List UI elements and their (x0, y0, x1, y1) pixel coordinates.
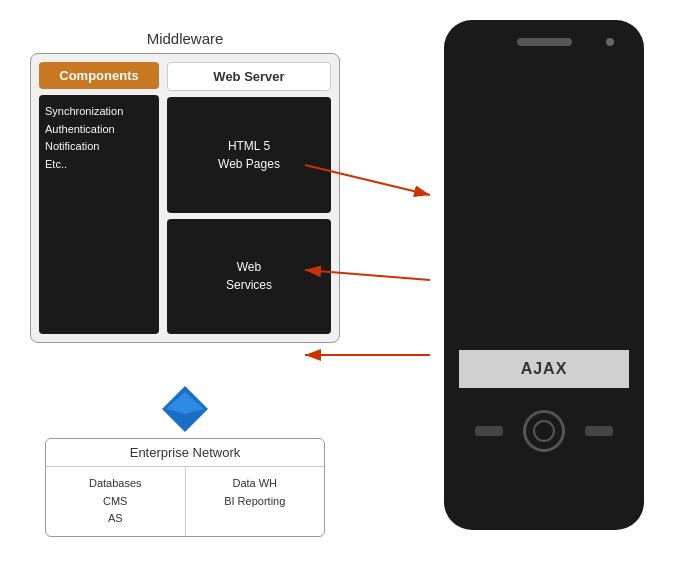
enterprise-right-text: Data WH BI Reporting (192, 475, 319, 510)
enterprise-body: Databases CMS AS Data WH BI Reporting (46, 467, 324, 536)
diamond-icon (160, 384, 210, 434)
enterprise-right: Data WH BI Reporting (186, 467, 325, 536)
components-items: Synchronization Authentication Notificat… (45, 103, 153, 173)
enterprise-box: Enterprise Network Databases CMS AS Data… (45, 438, 325, 537)
html-pages-item: HTML 5 Web Pages (167, 97, 331, 213)
middleware-section: Middleware Components Synchronization Au… (30, 30, 340, 360)
phone-camera (606, 38, 614, 46)
components-header: Components (39, 62, 159, 89)
enterprise-network-header: Enterprise Network (46, 439, 324, 467)
phone-speaker (517, 38, 572, 46)
phone-home-inner (533, 420, 555, 442)
middleware-box: Components Synchronization Authenticatio… (30, 53, 340, 343)
web-services-item: Web Services (167, 219, 331, 335)
phone-right-button (585, 426, 613, 436)
webserver-body: HTML 5 Web Pages Web Services (167, 97, 331, 334)
diagram-container: Middleware Components Synchronization Au… (0, 0, 684, 567)
phone-outer: AJAX (444, 20, 644, 530)
ajax-label: AJAX (521, 360, 568, 378)
enterprise-left: Databases CMS AS (46, 467, 186, 536)
phone-ajax-bar: AJAX (459, 350, 629, 388)
enterprise-left-text: Databases CMS AS (52, 475, 179, 528)
middleware-label: Middleware (30, 30, 340, 47)
webserver-column: Web Server HTML 5 Web Pages Web Services (167, 62, 331, 334)
phone-home-button (523, 410, 565, 452)
components-body: Synchronization Authentication Notificat… (39, 95, 159, 334)
phone-left-button (475, 426, 503, 436)
web-services-label: Web Services (226, 258, 272, 294)
components-column: Components Synchronization Authenticatio… (39, 62, 159, 334)
phone-screen: AJAX (459, 58, 629, 398)
html-pages-label: HTML 5 Web Pages (218, 137, 280, 173)
phone-bottom-bar (444, 410, 644, 452)
webserver-header: Web Server (167, 62, 331, 91)
bottom-section: Enterprise Network Databases CMS AS Data… (30, 384, 340, 537)
phone-container: AJAX (444, 20, 644, 530)
